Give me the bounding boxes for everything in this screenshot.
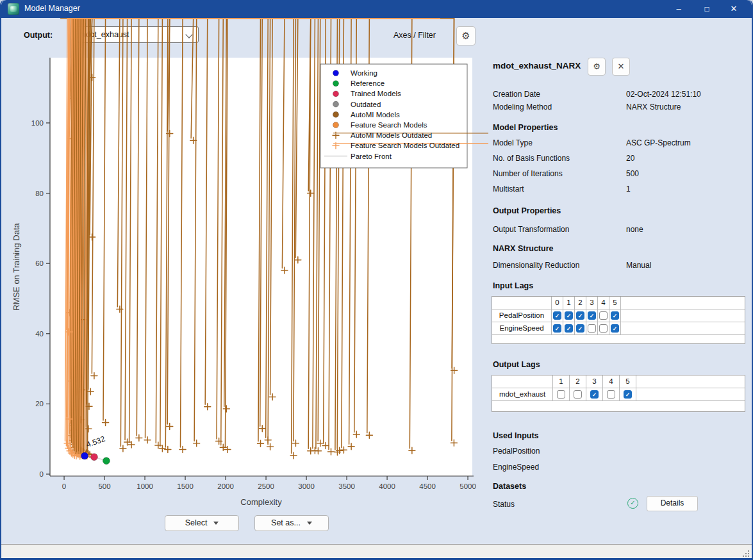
lag-column-header: 5: [620, 375, 636, 388]
output-lags-table[interactable]: 12345mdot_exhaust✓✓: [492, 375, 745, 412]
svg-text:Trained Models: Trained Models: [351, 90, 401, 97]
lag-column-header: 1: [553, 375, 570, 388]
model-manager-window: Model Manager – □ ✕ Output: mdot_exhaust…: [0, 0, 753, 560]
property-row: Multistart 1: [493, 185, 747, 195]
select-button-label: Select: [185, 518, 208, 527]
checkbox-unchecked[interactable]: [574, 390, 582, 399]
svg-text:0: 0: [62, 482, 66, 490]
model-settings-button[interactable]: ⚙: [588, 58, 606, 76]
checkbox-checked[interactable]: ✓: [576, 324, 584, 333]
model-close-button[interactable]: ✕: [612, 58, 630, 76]
svg-text:20: 20: [35, 400, 44, 408]
checkbox-checked[interactable]: ✓: [611, 324, 619, 333]
checkbox-checked[interactable]: ✓: [576, 311, 584, 320]
checkbox-checked[interactable]: ✓: [553, 311, 561, 320]
status-label: Status: [493, 500, 515, 509]
basis-functions-value: 20: [626, 154, 634, 163]
close-icon: ✕: [618, 62, 625, 71]
iterations-label: Number of Iterations: [493, 169, 563, 178]
lag-row-label: EngineSpeed: [492, 322, 552, 334]
property-row: Model Type ASC GP-Spectrum: [493, 138, 747, 149]
svg-text:60: 60: [35, 259, 44, 267]
app-icon: [8, 3, 19, 15]
lag-column-header: 4: [598, 297, 609, 309]
used-input-0: PedalPosition: [493, 447, 540, 456]
modeling-method-label: Modeling Method: [493, 103, 552, 111]
checkbox-checked[interactable]: ✓: [590, 390, 599, 399]
lag-table-row: EngineSpeed✓✓✓✓: [492, 322, 745, 335]
model-scatter-chart[interactable]: 0500100015002000250030003500400045005000…: [1, 18, 488, 534]
property-row: Output Transformation none: [493, 225, 747, 235]
checkbox-unchecked[interactable]: [607, 390, 615, 399]
property-row: Creation Date 02-Oct-2024 12:51:10: [493, 90, 747, 100]
svg-text:Pareto Front: Pareto Front: [351, 152, 392, 160]
section-used-inputs: Used Inputs: [493, 431, 539, 440]
property-row: Number of Iterations 500: [493, 169, 747, 179]
checkbox-checked[interactable]: ✓: [624, 390, 632, 399]
lag-row-label: mdot_exhaust: [492, 388, 553, 400]
svg-text:Complexity: Complexity: [240, 497, 282, 507]
input-lags-table[interactable]: 012345PedalPosition✓✓✓✓✓EngineSpeed✓✓✓✓: [492, 296, 745, 344]
svg-text:Feature Search Models: Feature Search Models: [351, 121, 427, 129]
svg-text:2000: 2000: [217, 482, 234, 490]
section-model-properties: Model Properties: [493, 123, 558, 132]
svg-text:RMSE on Training Data: RMSE on Training Data: [12, 222, 21, 310]
lag-column-header: 2: [575, 297, 586, 309]
select-button[interactable]: Select: [165, 515, 239, 531]
close-button[interactable]: ✕: [720, 0, 748, 18]
multistart-value: 1: [626, 185, 631, 194]
chart-legend: WorkingReferenceTrained ModelsOutdatedAu…: [320, 64, 488, 168]
lag-row-label: PedalPosition: [492, 309, 552, 322]
title-bar: Model Manager – □ ✕: [1, 0, 752, 18]
lag-table-header: 012345: [492, 297, 745, 309]
set-as-button[interactable]: Set as...: [254, 515, 329, 531]
section-narx-structure: NARX Structure: [493, 244, 553, 253]
lag-column-header: 5: [609, 297, 621, 309]
checkbox-unchecked[interactable]: [588, 324, 596, 333]
checkbox-checked[interactable]: ✓: [565, 324, 573, 333]
dropdown-arrow-icon: [213, 522, 219, 525]
lag-column-header: 4: [603, 375, 620, 388]
multistart-label: Multistart: [493, 185, 524, 194]
svg-text:1000: 1000: [137, 482, 153, 490]
used-input-1: EngineSpeed: [493, 463, 539, 472]
lag-column-header: 3: [586, 297, 598, 309]
svg-text:5000: 5000: [459, 482, 476, 490]
checkbox-checked[interactable]: ✓: [565, 311, 573, 320]
lag-table-row: PedalPosition✓✓✓✓✓: [492, 309, 745, 322]
model-details-panel: mdot_exhaust_NARX ⚙ ✕ Creation Date 02-O…: [492, 54, 747, 529]
status-strip: [1, 544, 752, 558]
svg-text:40: 40: [35, 330, 44, 338]
lag-column-header: 1: [563, 297, 575, 309]
maximize-button[interactable]: □: [693, 0, 721, 18]
resize-grip[interactable]: [741, 549, 749, 557]
checkbox-checked[interactable]: ✓: [553, 324, 561, 333]
dimensionality-reduction-value: Manual: [626, 261, 651, 270]
used-input-item: EngineSpeed: [493, 463, 747, 473]
lag-column-header: 3: [586, 375, 603, 388]
checkbox-checked[interactable]: ✓: [611, 311, 619, 320]
lag-table-header: 12345: [492, 375, 745, 388]
svg-text:Reference: Reference: [351, 79, 385, 87]
output-transformation-value: none: [626, 225, 643, 234]
used-input-item: PedalPosition: [493, 447, 747, 457]
section-output-properties: Output Properties: [493, 206, 561, 215]
dimensionality-reduction-label: Dimensionality Reduction: [493, 261, 579, 270]
checkbox-checked[interactable]: ✓: [588, 311, 596, 320]
datasets-status-row: Status ✓ Details: [493, 500, 747, 510]
model-title: mdot_exhaust_NARX: [493, 61, 581, 70]
lag-column-header: 2: [570, 375, 586, 388]
checkbox-unchecked[interactable]: [599, 324, 608, 333]
output-transformation-label: Output Transformation: [493, 225, 569, 234]
checkbox-unchecked[interactable]: [599, 311, 608, 320]
details-button[interactable]: Details: [647, 496, 698, 511]
checkbox-unchecked[interactable]: [557, 390, 565, 399]
svg-text:3000: 3000: [298, 482, 315, 490]
lag-table-row: mdot_exhaust✓✓: [492, 388, 745, 401]
svg-text:2500: 2500: [258, 482, 274, 490]
series-reference: [103, 457, 110, 465]
iterations-value: 500: [626, 169, 639, 178]
minimize-button[interactable]: –: [665, 0, 693, 18]
svg-text:4000: 4000: [379, 482, 395, 490]
series-trained-models: [90, 454, 97, 461]
